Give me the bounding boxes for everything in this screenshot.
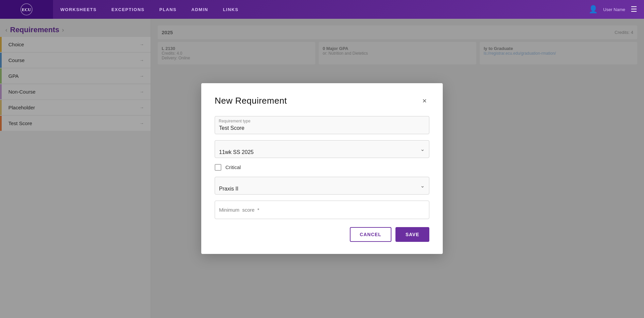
- nav-username: User Name: [603, 7, 625, 12]
- nav-items: WORKSHEETS EXCEPTIONS PLANS ADMIN LINKS: [53, 0, 589, 19]
- modal-header: New Requirement ×: [215, 95, 429, 107]
- nav-worksheets[interactable]: WORKSHEETS: [53, 0, 104, 19]
- nav-user-icon: 👤: [589, 5, 598, 14]
- requirement-type-field: Requirement type: [215, 116, 429, 134]
- nav-exceptions[interactable]: EXCEPTIONS: [104, 0, 152, 19]
- test-code-select[interactable]: Praxis II SAT ACT GRE: [215, 177, 429, 195]
- minimum-score-field: [215, 201, 429, 219]
- top-navigation: ECU WORKSHEETS EXCEPTIONS PLANS ADMIN LI…: [0, 0, 644, 19]
- test-code-field: Test code * Praxis II SAT ACT GRE ⌄: [215, 177, 429, 195]
- svg-text:ECU: ECU: [22, 7, 31, 12]
- test-code-select-wrapper: Praxis II SAT ACT GRE ⌄: [215, 177, 429, 195]
- logo[interactable]: ECU: [0, 0, 53, 19]
- modal-footer: CANCEL SAVE: [215, 227, 429, 242]
- nav-right: 👤 User Name ☰: [589, 5, 637, 14]
- cancel-button[interactable]: CANCEL: [350, 227, 391, 242]
- nav-admin[interactable]: ADMIN: [184, 0, 216, 19]
- critical-checkbox[interactable]: [215, 164, 221, 171]
- modal-title: New Requirement: [215, 96, 287, 106]
- critical-label: Critical: [225, 164, 241, 170]
- modal-backdrop: New Requirement × Requirement type Term …: [0, 19, 644, 318]
- term-field: Term * 11wk SS 2025 Fall 2025 Spring 202…: [215, 140, 429, 158]
- minimum-score-input[interactable]: [215, 201, 429, 219]
- nav-plans[interactable]: PLANS: [152, 0, 184, 19]
- new-requirement-modal: New Requirement × Requirement type Term …: [201, 83, 443, 254]
- term-select-wrapper: 11wk SS 2025 Fall 2025 Spring 2025 ⌄: [215, 140, 429, 158]
- ecu-logo-icon: ECU: [20, 3, 33, 15]
- term-select[interactable]: 11wk SS 2025 Fall 2025 Spring 2025: [215, 140, 429, 158]
- requirement-type-input: [215, 116, 429, 134]
- modal-close-button[interactable]: ×: [420, 95, 429, 107]
- nav-hamburger-icon[interactable]: ☰: [631, 5, 637, 14]
- save-button[interactable]: SAVE: [395, 227, 429, 242]
- nav-links[interactable]: LINKS: [216, 0, 246, 19]
- critical-checkbox-row: Critical: [215, 164, 429, 171]
